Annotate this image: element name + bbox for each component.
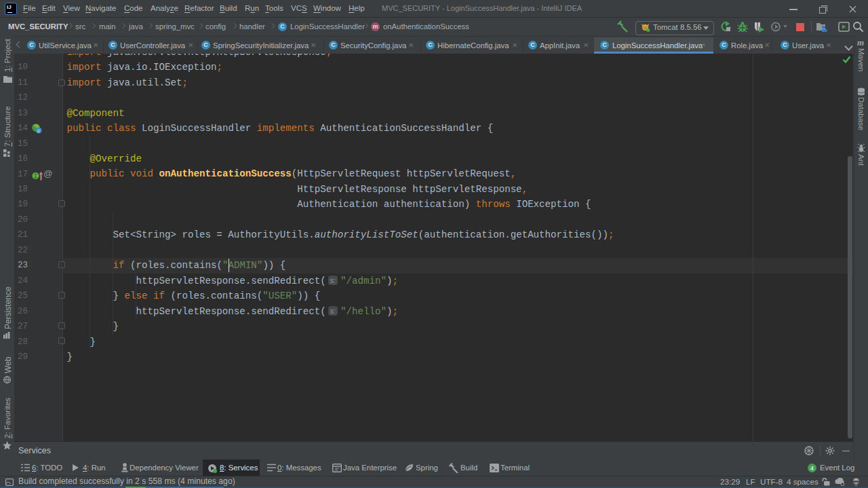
svg-text:c: c <box>37 128 40 133</box>
